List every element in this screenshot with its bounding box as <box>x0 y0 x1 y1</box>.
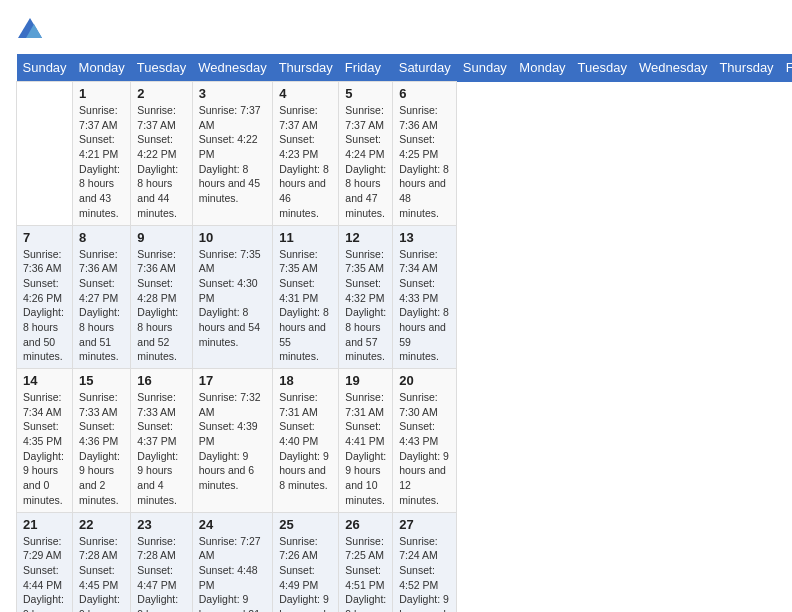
header-day-saturday: Saturday <box>393 54 457 82</box>
calendar-cell: 18Sunrise: 7:31 AM Sunset: 4:40 PM Dayli… <box>273 369 339 513</box>
header-day-monday: Monday <box>513 54 571 82</box>
calendar-week-4: 21Sunrise: 7:29 AM Sunset: 4:44 PM Dayli… <box>17 512 793 612</box>
calendar-cell: 14Sunrise: 7:34 AM Sunset: 4:35 PM Dayli… <box>17 369 73 513</box>
header-day-wednesday: Wednesday <box>192 54 272 82</box>
calendar-cell: 27Sunrise: 7:24 AM Sunset: 4:52 PM Dayli… <box>393 512 457 612</box>
day-number: 13 <box>399 230 450 245</box>
day-number: 9 <box>137 230 185 245</box>
day-number: 8 <box>79 230 124 245</box>
day-info: Sunrise: 7:37 AM Sunset: 4:22 PM Dayligh… <box>199 103 266 206</box>
calendar-week-3: 14Sunrise: 7:34 AM Sunset: 4:35 PM Dayli… <box>17 369 793 513</box>
day-info: Sunrise: 7:37 AM Sunset: 4:21 PM Dayligh… <box>79 103 124 221</box>
calendar-cell: 19Sunrise: 7:31 AM Sunset: 4:41 PM Dayli… <box>339 369 393 513</box>
day-number: 20 <box>399 373 450 388</box>
calendar-table: SundayMondayTuesdayWednesdayThursdayFrid… <box>16 54 792 612</box>
calendar-cell: 9Sunrise: 7:36 AM Sunset: 4:28 PM Daylig… <box>131 225 192 369</box>
day-info: Sunrise: 7:31 AM Sunset: 4:40 PM Dayligh… <box>279 390 332 493</box>
day-number: 19 <box>345 373 386 388</box>
header-day-tuesday: Tuesday <box>131 54 192 82</box>
day-info: Sunrise: 7:35 AM Sunset: 4:32 PM Dayligh… <box>345 247 386 365</box>
calendar-cell: 12Sunrise: 7:35 AM Sunset: 4:32 PM Dayli… <box>339 225 393 369</box>
calendar-week-2: 7Sunrise: 7:36 AM Sunset: 4:26 PM Daylig… <box>17 225 793 369</box>
header-day-wednesday: Wednesday <box>633 54 713 82</box>
header-day-friday: Friday <box>339 54 393 82</box>
calendar-cell: 23Sunrise: 7:28 AM Sunset: 4:47 PM Dayli… <box>131 512 192 612</box>
calendar-week-1: 1Sunrise: 7:37 AM Sunset: 4:21 PM Daylig… <box>17 82 793 226</box>
calendar-cell: 3Sunrise: 7:37 AM Sunset: 4:22 PM Daylig… <box>192 82 272 226</box>
calendar-cell: 24Sunrise: 7:27 AM Sunset: 4:48 PM Dayli… <box>192 512 272 612</box>
day-info: Sunrise: 7:34 AM Sunset: 4:33 PM Dayligh… <box>399 247 450 365</box>
calendar-cell: 11Sunrise: 7:35 AM Sunset: 4:31 PM Dayli… <box>273 225 339 369</box>
calendar-header-row: SundayMondayTuesdayWednesdayThursdayFrid… <box>17 54 793 82</box>
day-info: Sunrise: 7:33 AM Sunset: 4:37 PM Dayligh… <box>137 390 185 508</box>
day-number: 22 <box>79 517 124 532</box>
calendar-cell: 2Sunrise: 7:37 AM Sunset: 4:22 PM Daylig… <box>131 82 192 226</box>
day-info: Sunrise: 7:32 AM Sunset: 4:39 PM Dayligh… <box>199 390 266 493</box>
calendar-cell: 21Sunrise: 7:29 AM Sunset: 4:44 PM Dayli… <box>17 512 73 612</box>
day-info: Sunrise: 7:26 AM Sunset: 4:49 PM Dayligh… <box>279 534 332 613</box>
day-number: 10 <box>199 230 266 245</box>
calendar-cell: 4Sunrise: 7:37 AM Sunset: 4:23 PM Daylig… <box>273 82 339 226</box>
calendar-cell: 25Sunrise: 7:26 AM Sunset: 4:49 PM Dayli… <box>273 512 339 612</box>
day-info: Sunrise: 7:37 AM Sunset: 4:23 PM Dayligh… <box>279 103 332 221</box>
day-number: 4 <box>279 86 332 101</box>
day-number: 27 <box>399 517 450 532</box>
calendar-cell: 5Sunrise: 7:37 AM Sunset: 4:24 PM Daylig… <box>339 82 393 226</box>
day-info: Sunrise: 7:24 AM Sunset: 4:52 PM Dayligh… <box>399 534 450 613</box>
calendar-cell: 20Sunrise: 7:30 AM Sunset: 4:43 PM Dayli… <box>393 369 457 513</box>
day-info: Sunrise: 7:36 AM Sunset: 4:28 PM Dayligh… <box>137 247 185 365</box>
calendar-cell: 16Sunrise: 7:33 AM Sunset: 4:37 PM Dayli… <box>131 369 192 513</box>
calendar-cell <box>17 82 73 226</box>
day-number: 14 <box>23 373 66 388</box>
header-day-friday: Friday <box>780 54 792 82</box>
header-day-sunday: Sunday <box>17 54 73 82</box>
day-info: Sunrise: 7:37 AM Sunset: 4:24 PM Dayligh… <box>345 103 386 221</box>
day-info: Sunrise: 7:28 AM Sunset: 4:45 PM Dayligh… <box>79 534 124 613</box>
calendar-cell: 6Sunrise: 7:36 AM Sunset: 4:25 PM Daylig… <box>393 82 457 226</box>
calendar-cell: 10Sunrise: 7:35 AM Sunset: 4:30 PM Dayli… <box>192 225 272 369</box>
logo <box>16 16 48 44</box>
day-info: Sunrise: 7:36 AM Sunset: 4:26 PM Dayligh… <box>23 247 66 365</box>
calendar-cell: 7Sunrise: 7:36 AM Sunset: 4:26 PM Daylig… <box>17 225 73 369</box>
day-number: 23 <box>137 517 185 532</box>
day-number: 18 <box>279 373 332 388</box>
day-info: Sunrise: 7:27 AM Sunset: 4:48 PM Dayligh… <box>199 534 266 613</box>
calendar-cell: 22Sunrise: 7:28 AM Sunset: 4:45 PM Dayli… <box>73 512 131 612</box>
calendar-cell: 26Sunrise: 7:25 AM Sunset: 4:51 PM Dayli… <box>339 512 393 612</box>
day-info: Sunrise: 7:35 AM Sunset: 4:31 PM Dayligh… <box>279 247 332 365</box>
header-day-thursday: Thursday <box>273 54 339 82</box>
day-number: 12 <box>345 230 386 245</box>
day-info: Sunrise: 7:36 AM Sunset: 4:27 PM Dayligh… <box>79 247 124 365</box>
day-number: 17 <box>199 373 266 388</box>
calendar-cell: 1Sunrise: 7:37 AM Sunset: 4:21 PM Daylig… <box>73 82 131 226</box>
day-number: 24 <box>199 517 266 532</box>
day-info: Sunrise: 7:30 AM Sunset: 4:43 PM Dayligh… <box>399 390 450 508</box>
header-day-sunday: Sunday <box>457 54 514 82</box>
day-number: 5 <box>345 86 386 101</box>
header-day-thursday: Thursday <box>713 54 779 82</box>
day-number: 1 <box>79 86 124 101</box>
day-info: Sunrise: 7:34 AM Sunset: 4:35 PM Dayligh… <box>23 390 66 508</box>
day-number: 3 <box>199 86 266 101</box>
day-info: Sunrise: 7:31 AM Sunset: 4:41 PM Dayligh… <box>345 390 386 508</box>
day-info: Sunrise: 7:25 AM Sunset: 4:51 PM Dayligh… <box>345 534 386 613</box>
day-info: Sunrise: 7:33 AM Sunset: 4:36 PM Dayligh… <box>79 390 124 508</box>
calendar-cell: 17Sunrise: 7:32 AM Sunset: 4:39 PM Dayli… <box>192 369 272 513</box>
day-info: Sunrise: 7:29 AM Sunset: 4:44 PM Dayligh… <box>23 534 66 613</box>
day-number: 2 <box>137 86 185 101</box>
day-number: 21 <box>23 517 66 532</box>
day-info: Sunrise: 7:35 AM Sunset: 4:30 PM Dayligh… <box>199 247 266 350</box>
day-number: 16 <box>137 373 185 388</box>
day-info: Sunrise: 7:37 AM Sunset: 4:22 PM Dayligh… <box>137 103 185 221</box>
day-number: 6 <box>399 86 450 101</box>
calendar-cell: 13Sunrise: 7:34 AM Sunset: 4:33 PM Dayli… <box>393 225 457 369</box>
day-info: Sunrise: 7:28 AM Sunset: 4:47 PM Dayligh… <box>137 534 185 613</box>
day-number: 7 <box>23 230 66 245</box>
header-day-tuesday: Tuesday <box>572 54 633 82</box>
day-number: 11 <box>279 230 332 245</box>
calendar-cell: 15Sunrise: 7:33 AM Sunset: 4:36 PM Dayli… <box>73 369 131 513</box>
day-number: 25 <box>279 517 332 532</box>
calendar-cell: 8Sunrise: 7:36 AM Sunset: 4:27 PM Daylig… <box>73 225 131 369</box>
day-number: 15 <box>79 373 124 388</box>
day-number: 26 <box>345 517 386 532</box>
